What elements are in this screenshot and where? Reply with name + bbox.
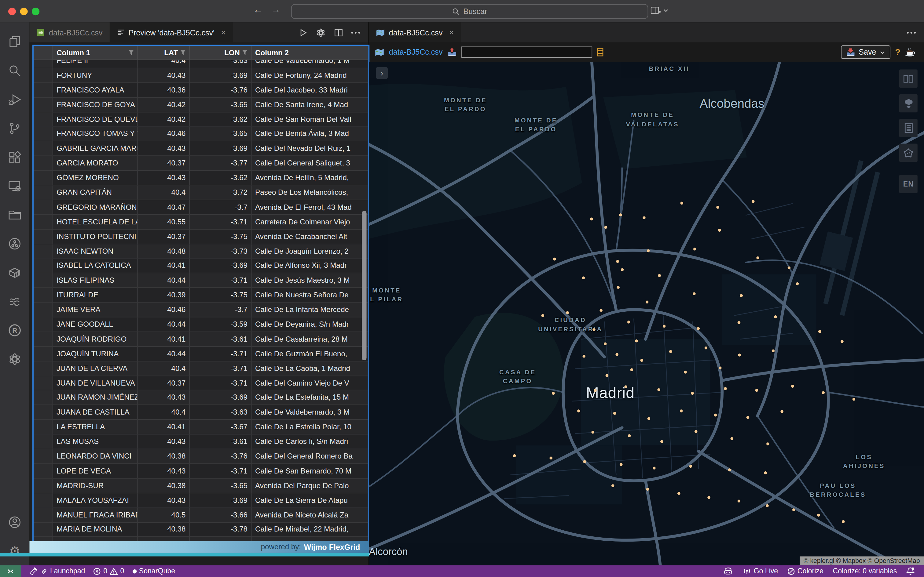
minimize-window-button[interactable]	[20, 8, 28, 15]
kepler-map-canvas[interactable]: BRIAC XIIAlcobendasMONTE DE EL PARDOMONT…	[369, 62, 924, 565]
table-row[interactable]: ISAAC NEWTON40.48-3.73Calle De Joaquín L…	[34, 244, 368, 259]
table-row[interactable]: LA ESTRELLA40.41-3.67Calle De La Estrell…	[34, 420, 368, 435]
container-icon[interactable]	[1, 258, 29, 287]
tab-preview-csv[interactable]: Preview 'data-BJ5Cc.csv' ×	[110, 22, 233, 42]
map-title-input[interactable]	[461, 47, 592, 58]
split-map-button[interactable]	[899, 69, 918, 88]
table-row[interactable]: MARIA DE MOLINA40.38-3.78Calle De Mirabe…	[34, 523, 368, 537]
table-row[interactable]: LAS MUSAS40.43-3.61Calle De Carlos Ii, S…	[34, 435, 368, 450]
row-header-cell	[34, 259, 53, 273]
close-window-button[interactable]	[8, 8, 16, 15]
table-row[interactable]: FELIPE II40.4-3.63Calle De Valdebernardo…	[34, 60, 368, 68]
table-row[interactable]: LOPE DE VEGA40.43-3.71Calle De San Berna…	[34, 464, 368, 479]
link-icon	[40, 567, 48, 575]
search-icon[interactable]	[1, 56, 29, 85]
legend-button[interactable]	[899, 119, 918, 137]
column-header-lat[interactable]: LAT	[138, 46, 190, 59]
table-row[interactable]: HOTEL ESCUELA DE LA40.55-3.71Carretera D…	[34, 215, 368, 230]
table-row[interactable]: LEONARDO DA VINCI40.38-3.76Calle Del Gen…	[34, 450, 368, 464]
table-row[interactable]: FRANCISCO DE QUEVE40.42-3.62Calle De San…	[34, 112, 368, 127]
notifications-item[interactable]	[906, 567, 914, 575]
close-icon[interactable]: ×	[221, 28, 226, 37]
column-header-lon[interactable]: LON	[190, 46, 252, 59]
launchpad-item[interactable]: Launchpad	[29, 567, 85, 575]
export-tray-icon[interactable]	[447, 48, 457, 56]
remote-indicator[interactable]	[0, 565, 21, 577]
footer-brand: Wijmo FlexGrid	[304, 543, 360, 551]
filter-icon[interactable]	[128, 50, 134, 55]
table-row[interactable]: MANUEL FRAGA IRIBAR40.5-3.66Avenida De N…	[34, 508, 368, 523]
draw-polygon-button[interactable]	[899, 144, 918, 162]
remote-explorer-icon[interactable]	[1, 171, 29, 200]
table-row[interactable]: JUAN RAMON JIMÉNEZ40.43-3.69Calle De La …	[34, 391, 368, 405]
ledger-icon[interactable]	[597, 48, 604, 56]
waves-icon[interactable]	[1, 287, 29, 315]
openai-icon[interactable]	[316, 27, 326, 37]
column-header-column1[interactable]: Column 1	[53, 46, 138, 59]
explorer-icon[interactable]	[1, 27, 29, 56]
tab-map-csv[interactable]: data-BJ5Cc.csv ×	[369, 22, 461, 42]
table-row[interactable]: GRAN CAPITÁN40.4-3.72Paseo De Los Melanc…	[34, 185, 368, 200]
table-row[interactable]: JAIME VERA40.46-3.7Calle De La Infanta M…	[34, 303, 368, 318]
filter-icon[interactable]	[242, 50, 247, 55]
dataset-link[interactable]: data-BJ5Cc.csv	[389, 48, 443, 56]
command-search-input[interactable]: Buscar	[291, 4, 648, 19]
table-row[interactable]: JOAQUÍN RODRIGO40.41-3.61Calle De Casala…	[34, 332, 368, 347]
coffee-icon[interactable]	[905, 48, 916, 56]
zoom-window-button[interactable]	[32, 8, 39, 15]
account-icon[interactable]	[1, 508, 29, 536]
expand-sidebar-button[interactable]: ›	[376, 67, 388, 79]
save-button[interactable]: Save	[841, 45, 890, 59]
project-folder-icon[interactable]	[1, 200, 29, 229]
table-row[interactable]: INSTITUTO POLITECNI40.37-3.75Avenida De …	[34, 230, 368, 244]
table-row[interactable]: JUAN DE VILLANUEVA40.37-3.71Calle Del Ca…	[34, 376, 368, 391]
table-row[interactable]: GÓMEZ MORENO40.43-3.62Avenida De Hellín,…	[34, 171, 368, 185]
problems-item[interactable]: 0 0	[93, 567, 124, 575]
run-debug-icon[interactable]	[1, 85, 29, 114]
run-icon[interactable]	[299, 28, 308, 37]
close-icon[interactable]: ×	[449, 28, 454, 37]
help-icon[interactable]: ?	[895, 47, 900, 57]
settings-gear-icon[interactable]: ⚙	[1, 537, 29, 566]
tab-label: data-BJ5Cc.csv	[49, 28, 103, 37]
table-row[interactable]: JUANA DE CASTILLA40.4-3.63Calle De Valde…	[34, 405, 368, 420]
table-row[interactable]: GABRIEL GARCIA MARC40.43-3.69Calle Del N…	[34, 142, 368, 156]
go-live-item[interactable]: Go Live	[743, 567, 778, 575]
table-row[interactable]: MADRID-SUR40.38-3.65Avenida Del Parque D…	[34, 479, 368, 493]
openai-icon[interactable]	[1, 344, 29, 373]
source-control-icon[interactable]	[1, 114, 29, 142]
cell-address: Calle De San Bernardo, 70 M	[252, 464, 368, 478]
more-actions-icon[interactable]	[351, 31, 360, 33]
colorize-item[interactable]: Colorize	[787, 567, 824, 575]
table-row[interactable]: GARCIA MORATO40.37-3.77Calle Del General…	[34, 156, 368, 171]
table-row[interactable]: MALALA YOUSAFZAI40.43-3.69Calle De La Si…	[34, 493, 368, 508]
filter-icon[interactable]	[180, 50, 186, 55]
share-circle-icon[interactable]	[1, 229, 29, 258]
sonarqube-item[interactable]: SonarQube	[132, 567, 175, 575]
r-language-icon[interactable]: R	[1, 316, 29, 345]
more-actions-icon[interactable]	[907, 31, 916, 33]
toggle-3d-button[interactable]	[899, 94, 918, 113]
forward-arrow-icon[interactable]: →	[271, 5, 281, 15]
table-row[interactable]: FRANCISCO AYALA40.36-3.76Calle Del Jacob…	[34, 83, 368, 98]
table-row[interactable]: JANE GOODALL40.44-3.59Calle De Deyanira,…	[34, 318, 368, 332]
vertical-scrollbar[interactable]	[362, 211, 367, 360]
table-row[interactable]: FORTUNY40.43-3.69Calle De Fortuny, 24 Ma…	[34, 68, 368, 83]
locale-button[interactable]: EN	[899, 175, 918, 193]
table-row[interactable]: GREGORIO MARAÑON40.47-3.7Avenida De El F…	[34, 200, 368, 215]
table-row[interactable]: FRANCISCO TOMAS Y ‘40.46-3.65Calle De Be…	[34, 127, 368, 142]
copilot-item[interactable]	[723, 567, 733, 575]
column-header-column2[interactable]: Column 2	[252, 46, 368, 59]
table-row[interactable]: JOAQUÍN TURINA40.44-3.71Calle De Guzmán …	[34, 347, 368, 361]
extensions-icon[interactable]	[1, 143, 29, 171]
table-row[interactable]: JUAN DE LA CIERVA40.4-3.71Calle De La Ca…	[34, 361, 368, 376]
table-row[interactable]: ISABEL LA CATOLICA40.41-3.69Calle De Alf…	[34, 259, 368, 274]
table-row[interactable]: ITURRALDE40.39-3.75Calle De Nuestra Seño…	[34, 288, 368, 303]
split-editor-icon[interactable]	[334, 28, 343, 37]
colorize-variables-item[interactable]: Colorize: 0 variables	[833, 567, 897, 575]
back-arrow-icon[interactable]: ←	[253, 5, 263, 15]
tab-data-csv[interactable]: data-BJ5Cc.csv	[29, 22, 110, 42]
customize-layout-button[interactable]	[651, 6, 668, 15]
table-row[interactable]: FRANCISCO DE GOYA40.42-3.65Calle De Sant…	[34, 98, 368, 112]
table-row[interactable]: ISLAS FILIPINAS40.44-3.71Calle De Jesús …	[34, 274, 368, 288]
